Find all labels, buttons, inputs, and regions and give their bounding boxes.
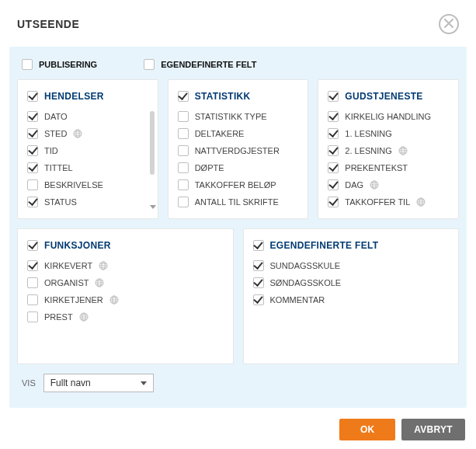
checkbox[interactable] <box>328 197 339 207</box>
checkbox[interactable] <box>27 277 38 288</box>
checkbox[interactable] <box>328 111 339 122</box>
checkbox[interactable] <box>328 162 339 173</box>
list-item[interactable]: ANTALL TIL SKRIFTE <box>178 197 299 207</box>
item-label: PREKENTEKST <box>345 163 408 172</box>
list-item[interactable]: STATUS <box>27 197 148 207</box>
item-label: DAG <box>345 180 363 190</box>
item-label: TAKKOFFER BELØP <box>195 180 276 190</box>
list-item[interactable]: 1. LESNING <box>328 128 449 139</box>
checkbox[interactable] <box>178 179 189 190</box>
checkbox[interactable] <box>27 197 38 207</box>
scroll-down-icon[interactable] <box>150 205 156 209</box>
checkbox[interactable] <box>178 111 189 122</box>
checkbox[interactable] <box>27 179 38 190</box>
list-item[interactable]: KIRKETJENER <box>27 294 224 305</box>
checkbox[interactable] <box>27 128 38 139</box>
card-egendef-felt: EGENDEFINERTE FELTSUNDAGSSKULESØNDAGSSKO… <box>243 228 460 364</box>
item-label: 1. LESNING <box>345 129 392 138</box>
item-label: ANTALL TIL SKRIFTE <box>195 197 279 207</box>
list-item[interactable]: PREKENTEKST <box>328 162 449 173</box>
item-label: PREST <box>44 312 73 322</box>
card-header[interactable]: FUNKSJONER <box>27 240 224 251</box>
checkbox[interactable] <box>253 260 264 271</box>
checkbox[interactable] <box>328 128 339 139</box>
close-icon <box>444 19 453 30</box>
list-item[interactable]: TITTEL <box>27 162 148 173</box>
item-label: TAKKOFFER TIL <box>345 197 410 207</box>
checkbox[interactable] <box>27 145 38 156</box>
checkbox[interactable] <box>253 277 264 288</box>
card-header[interactable]: EGENDEFINERTE FELT <box>253 240 450 251</box>
checkbox[interactable] <box>144 59 155 70</box>
checkbox[interactable] <box>27 240 38 251</box>
card-title: STATISTIKK <box>195 91 251 102</box>
checkbox[interactable] <box>328 145 339 156</box>
list-item[interactable]: DATO <box>27 111 148 122</box>
item-label: KIRKEVERT <box>44 261 92 270</box>
checkbox[interactable] <box>178 145 189 156</box>
item-label: KOMMENTAR <box>270 295 325 305</box>
chevron-down-icon <box>141 381 147 385</box>
checkbox[interactable] <box>253 294 264 305</box>
checkbox[interactable] <box>27 162 38 173</box>
checkbox[interactable] <box>27 312 38 322</box>
cancel-button[interactable]: AVBRYT <box>401 419 465 440</box>
list-item[interactable]: DØPTE <box>178 162 299 173</box>
globe-icon <box>73 129 82 138</box>
checkbox[interactable] <box>328 179 339 190</box>
checkbox[interactable] <box>27 91 38 102</box>
checkbox[interactable] <box>27 260 38 271</box>
list-item[interactable]: TAKKOFFER BELØP <box>178 179 299 190</box>
item-label: DØPTE <box>195 163 224 172</box>
card-hendelser: HENDELSERDATOSTEDTIDTITTELBESKRIVELSESTA… <box>17 79 158 219</box>
card-title: FUNKSJONER <box>44 240 111 251</box>
checkbox[interactable] <box>22 59 33 70</box>
list-item[interactable]: STED <box>27 128 148 139</box>
checkbox[interactable] <box>27 294 38 305</box>
item-label: NATTVERDGJESTER <box>195 146 280 155</box>
list-item[interactable]: KIRKEVERT <box>27 260 224 271</box>
appearance-dialog: UTSEENDE PUBLISERING EGENDEFINERTE FELT … <box>0 0 476 449</box>
globe-icon <box>95 278 104 287</box>
scrollbar[interactable] <box>150 111 155 175</box>
list-item[interactable]: DAG <box>328 179 449 190</box>
list-item[interactable]: TID <box>27 145 148 156</box>
checkbox[interactable] <box>178 162 189 173</box>
list-item[interactable]: ORGANIST <box>27 277 224 288</box>
checkbox[interactable] <box>178 197 189 207</box>
list-item[interactable]: SØNDAGSSKOLE <box>253 277 450 288</box>
list-item[interactable]: TAKKOFFER TIL <box>328 197 449 207</box>
list-item[interactable]: PREST <box>27 312 224 322</box>
checkbox[interactable] <box>27 111 38 122</box>
list-item[interactable]: SUNDAGSSKULE <box>253 260 450 271</box>
globe-icon <box>398 146 408 155</box>
checkbox[interactable] <box>178 91 189 102</box>
list-item[interactable]: DELTAKERE <box>178 128 299 139</box>
card-header[interactable]: GUDSTJENESTE <box>328 91 449 102</box>
publisering-check[interactable]: PUBLISERING <box>22 59 97 70</box>
list-item[interactable]: STATISTIKK TYPE <box>178 111 299 122</box>
card-header[interactable]: STATISTIKK <box>178 91 299 102</box>
list-item[interactable]: 2. LESNING <box>328 145 449 156</box>
checkbox[interactable] <box>253 240 264 251</box>
item-label: DELTAKERE <box>195 129 245 138</box>
list-item[interactable]: KOMMENTAR <box>253 294 450 305</box>
item-label: DATO <box>44 112 68 121</box>
vis-select[interactable]: Fullt navn <box>43 374 154 392</box>
list-item[interactable]: BESKRIVELSE <box>27 179 148 190</box>
egendef-check[interactable]: EGENDEFINERTE FELT <box>144 59 256 70</box>
checkbox[interactable] <box>178 128 189 139</box>
card-header[interactable]: HENDELSER <box>27 91 148 102</box>
dialog-header: UTSEENDE <box>0 0 476 42</box>
card-list: KIRKELIG HANDLING1. LESNING2. LESNINGPRE… <box>328 111 449 207</box>
card-list: KIRKEVERTORGANISTKIRKETJENERPREST <box>27 260 224 322</box>
close-button[interactable] <box>439 14 459 34</box>
dialog-title: UTSEENDE <box>17 18 79 30</box>
dialog-footer: OK AVBRYT <box>0 408 476 449</box>
ok-button[interactable]: OK <box>339 419 395 440</box>
item-label: SØNDAGSSKOLE <box>270 278 342 287</box>
list-item[interactable]: NATTVERDGJESTER <box>178 145 299 156</box>
checkbox[interactable] <box>328 91 339 102</box>
card-gudstjeneste: GUDSTJENESTEKIRKELIG HANDLING1. LESNING2… <box>318 79 459 219</box>
list-item[interactable]: KIRKELIG HANDLING <box>328 111 449 122</box>
